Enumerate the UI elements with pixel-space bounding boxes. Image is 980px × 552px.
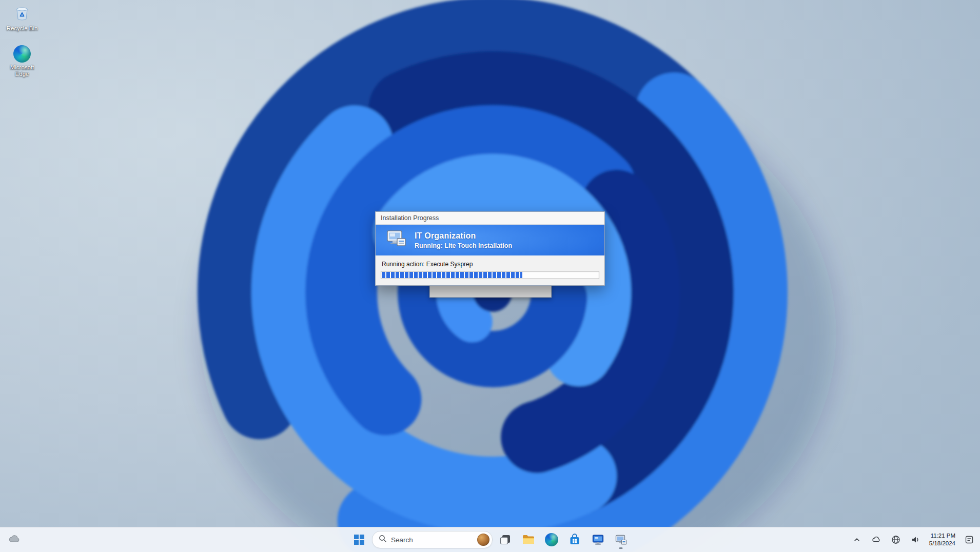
deployment-workbench-icon[interactable] [587, 529, 608, 550]
clock[interactable]: 11:21 PM 5/18/2024 [927, 531, 957, 548]
task-view-icon[interactable] [495, 529, 516, 550]
desktop-icon-label: Recycle Bin [7, 25, 38, 32]
widgets-weather-icon[interactable] [4, 529, 25, 550]
notifications-icon[interactable] [962, 529, 977, 550]
file-explorer-icon[interactable] [518, 529, 539, 550]
volume-icon[interactable] [908, 529, 923, 550]
taskbar: Search [0, 527, 980, 552]
onedrive-cloud-icon[interactable] [869, 529, 884, 550]
progress-bar [381, 271, 599, 279]
tray-time: 11:21 PM [929, 532, 955, 540]
setup-icon [386, 229, 407, 251]
edge-icon [13, 45, 31, 63]
running-indicator [619, 547, 623, 549]
installation-progress-taskbar-icon[interactable] [611, 529, 631, 550]
tray-chevron-up-icon[interactable] [849, 529, 865, 550]
recycle-bin-icon [13, 4, 31, 24]
dialog-title: Installation Progress [381, 214, 439, 222]
organization-name: IT Organization [415, 231, 512, 241]
running-task-line: Running: Lite Touch Installation [415, 242, 512, 249]
search-box[interactable]: Search [372, 531, 493, 548]
network-globe-icon[interactable] [888, 529, 904, 550]
desktop-icon-label: Microsoft Edge [4, 64, 41, 77]
search-highlight-image[interactable] [477, 534, 489, 546]
start-button[interactable] [349, 529, 369, 550]
progress-fill [382, 272, 522, 278]
desktop-icon-microsoft-edge[interactable]: Microsoft Edge [2, 45, 42, 77]
search-placeholder: Search [391, 536, 473, 544]
dialog-banner: IT Organization Running: Lite Touch Inst… [376, 225, 604, 255]
running-action-label: Running action: Execute Sysprep [382, 261, 599, 268]
search-icon [379, 535, 387, 545]
desktop-icon-recycle-bin[interactable]: Recycle Bin [2, 4, 42, 32]
dialog-body: Running action: Execute Sysprep [376, 255, 604, 285]
edge-taskbar-icon[interactable] [541, 529, 562, 550]
microsoft-store-icon[interactable] [564, 529, 585, 550]
banner-text: IT Organization Running: Lite Touch Inst… [415, 231, 512, 249]
desktop-icon-list: Recycle Bin Microsoft Edge [2, 4, 42, 78]
installation-progress-dialog: Installation Progress IT Organization Ru… [375, 211, 605, 286]
tray-date: 5/18/2024 [929, 540, 955, 547]
dialog-titlebar[interactable]: Installation Progress [376, 212, 604, 225]
